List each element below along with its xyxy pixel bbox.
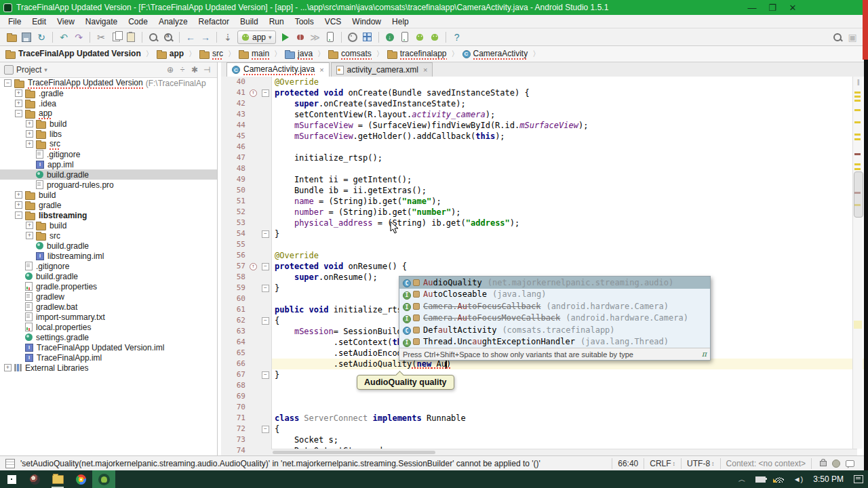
code-line-41[interactable]: 41↑−protected void onCreate(Bundle saved… xyxy=(221,87,868,98)
open-project-icon[interactable] xyxy=(5,30,18,44)
code-text[interactable]: protected void onCreate(Bundle savedInst… xyxy=(272,87,868,98)
warning-mark[interactable] xyxy=(854,92,861,94)
avd-manager-icon[interactable] xyxy=(413,30,427,44)
scrollbar-thumb[interactable] xyxy=(273,451,435,454)
code-text[interactable]: protected void onResume() { xyxy=(272,261,868,272)
code-line-54[interactable]: 54−} xyxy=(221,228,868,239)
run-config-select[interactable]: app▾ xyxy=(237,30,276,44)
code-line-67[interactable]: 67−} xyxy=(221,369,868,380)
completion-item-audioquality[interactable]: CAudioQuality(net.majorkernelpanic.strea… xyxy=(399,277,710,289)
clock[interactable]: 3:50 PM xyxy=(813,474,844,484)
project-structure-icon[interactable] xyxy=(361,30,374,44)
find-icon[interactable] xyxy=(146,30,160,44)
warning-mark[interactable] xyxy=(854,96,861,98)
code-line-73[interactable]: 73 Socket s; xyxy=(221,434,868,445)
code-line-53[interactable]: 53 physical_address = (String) ib.get("a… xyxy=(221,218,868,228)
menu-tools[interactable]: Tools xyxy=(290,17,319,26)
expand-toggle-icon[interactable]: + xyxy=(26,222,33,229)
start-button[interactable] xyxy=(0,470,23,488)
breadcrumb-item-tracefinalapp-updated-version[interactable]: TraceFinalApp Updated Version xyxy=(5,49,141,59)
collapse-toggle-icon[interactable]: − xyxy=(15,211,22,219)
event-log-icon[interactable] xyxy=(846,460,854,467)
code-line-45[interactable]: 45 mSurfaceView.getHolder().addCallback(… xyxy=(221,131,868,142)
menu-code[interactable]: Code xyxy=(123,17,153,26)
tree-item-import-summary.txt[interactable]: import-summary.txt xyxy=(0,312,217,322)
battery-icon[interactable] xyxy=(755,476,766,483)
encoding-select[interactable]: UTF-8↕ xyxy=(681,458,720,469)
fold-marker-icon[interactable]: − xyxy=(262,317,269,325)
settings-gear-icon[interactable]: ✱ xyxy=(189,64,201,76)
code-line-55[interactable]: 55 xyxy=(221,239,868,250)
warning-mark[interactable] xyxy=(854,121,861,123)
code-line-69[interactable]: 69 xyxy=(221,391,868,402)
line-separator-select[interactable]: CRLF↕ xyxy=(644,458,681,469)
menu-refactor[interactable]: Refactor xyxy=(193,17,235,26)
expand-toggle-icon[interactable]: + xyxy=(15,201,22,209)
action-center-icon[interactable] xyxy=(854,475,863,483)
fold-marker-icon[interactable]: − xyxy=(262,89,269,97)
menu-navigate[interactable]: Navigate xyxy=(80,17,123,26)
project-panel-title[interactable]: Project xyxy=(16,65,41,75)
save-all-icon[interactable] xyxy=(20,30,33,44)
code-line-52[interactable]: 52 number = (String)ib.get("number"); xyxy=(221,207,868,218)
sdk-update-icon[interactable]: ↓ xyxy=(383,30,397,44)
code-text[interactable]: @Override xyxy=(272,250,868,261)
tray-expand-icon[interactable]: ︿ xyxy=(738,474,746,485)
breadcrumb-item-main[interactable]: main xyxy=(239,49,269,60)
fold-marker-icon[interactable]: − xyxy=(262,263,269,270)
tree-item-app.iml[interactable]: Iapp.iml xyxy=(0,159,217,169)
android-studio-icon[interactable] xyxy=(92,470,115,488)
tree-item-local.properties[interactable]: local.properties xyxy=(0,322,217,332)
close-icon[interactable]: × xyxy=(423,66,427,74)
tree-item-gradlew.bat[interactable]: gradlew.bat xyxy=(0,302,217,312)
wifi-icon[interactable] xyxy=(775,476,784,483)
menu-build[interactable]: Build xyxy=(235,17,264,26)
close-button[interactable]: ✕ xyxy=(783,0,803,15)
menu-analyze[interactable]: Analyze xyxy=(153,17,193,26)
avatar[interactable]: ▣ xyxy=(846,30,859,44)
debug-icon[interactable] xyxy=(294,30,307,44)
tree-item-gradlew[interactable]: gradlew xyxy=(0,291,217,302)
tree-item-libs[interactable]: +libs xyxy=(0,129,217,139)
breadcrumb-item-src[interactable]: src xyxy=(199,49,223,60)
tree-item-build[interactable]: +build xyxy=(0,190,217,200)
compile-icon[interactable]: ⇣ xyxy=(221,30,235,44)
code-text[interactable] xyxy=(272,142,868,152)
run-icon[interactable] xyxy=(279,30,292,44)
tree-item-.gitignore[interactable]: .gitignore xyxy=(0,149,217,159)
tree-item-build.gradle[interactable]: build.gradle xyxy=(0,169,217,180)
tree-item-settings.gradle[interactable]: settings.gradle xyxy=(0,332,217,342)
menu-window[interactable]: Window xyxy=(347,17,387,26)
close-icon[interactable]: × xyxy=(319,66,323,74)
copy-icon[interactable] xyxy=(109,30,123,44)
code-text[interactable]: Intent ii = getIntent(); xyxy=(272,174,868,185)
volume-icon[interactable]: ◄) xyxy=(793,475,804,483)
completion-item-thread-uncaughtexceptionhandler[interactable]: IThread.UncaughtExceptionHandler(java.la… xyxy=(399,336,710,348)
code-line-40[interactable]: 40@Override xyxy=(221,77,868,87)
collapse-all-icon[interactable]: ÷ xyxy=(176,64,189,76)
lock-icon[interactable] xyxy=(820,461,827,466)
code-text[interactable] xyxy=(272,163,868,174)
android-sdk-icon[interactable] xyxy=(428,30,441,44)
cut-icon[interactable]: ✂ xyxy=(94,30,108,44)
tree-item-.idea[interactable]: +.idea xyxy=(0,98,217,108)
completion-item-defaultactivity[interactable]: CDefaultActivity(comsats.tracefinalapp) xyxy=(399,324,710,336)
tree-item-.gradle[interactable]: +.gradle xyxy=(0,88,217,98)
attach-debugger-icon[interactable] xyxy=(323,30,337,44)
warning-mark[interactable] xyxy=(854,100,861,102)
menu-help[interactable]: Help xyxy=(387,17,414,26)
code-line-71[interactable]: 71class ServerConnect implements Runnabl… xyxy=(221,413,868,424)
tree-item-libstreaming[interactable]: −libstreaming xyxy=(0,210,217,220)
code-text[interactable]: super.onCreate(savedInstanceState); xyxy=(272,98,868,109)
expand-toggle-icon[interactable]: + xyxy=(15,100,22,107)
expand-toggle-icon[interactable]: + xyxy=(26,130,33,138)
breadcrumb-item-app[interactable]: app xyxy=(157,49,184,59)
tree-item-app[interactable]: −app xyxy=(0,108,217,119)
tree-item-.gitignore[interactable]: .gitignore xyxy=(0,261,217,271)
code-line-72[interactable]: 72−{ xyxy=(221,424,868,434)
horizontal-scrollbar[interactable] xyxy=(271,449,857,455)
file-explorer-icon[interactable] xyxy=(46,470,69,488)
code-line-48[interactable]: 48 xyxy=(221,163,868,174)
warning-mark[interactable] xyxy=(854,163,861,165)
code-line-47[interactable]: 47 initialize_rtsp(); xyxy=(221,152,868,163)
